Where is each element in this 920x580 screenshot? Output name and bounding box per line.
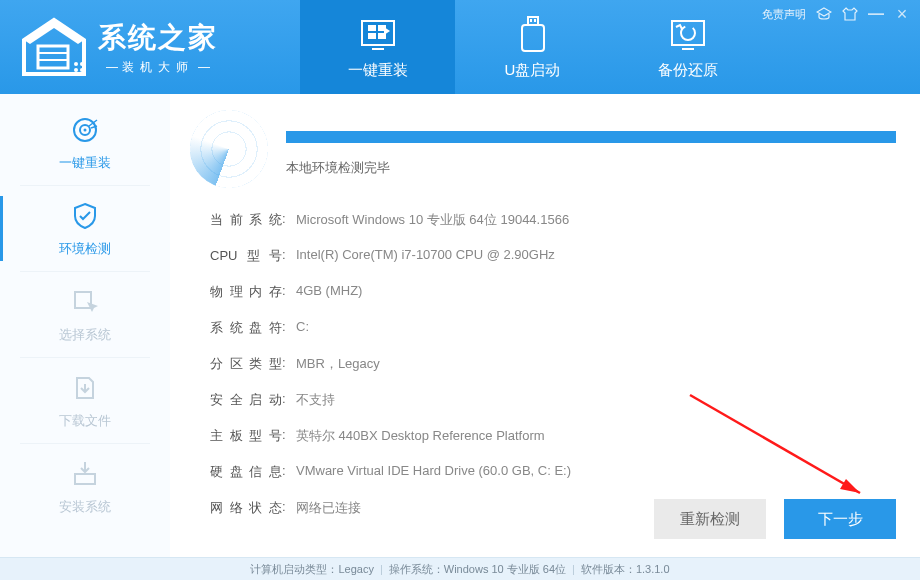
info-label: 主板型号: [210, 427, 282, 445]
system-info: 当前系统:Microsoft Windows 10 专业版 64位 19044.…: [190, 196, 896, 541]
info-row-partition: 分区类型:MBR，Legacy: [210, 346, 896, 382]
tab-backup-restore[interactable]: 备份还原: [610, 0, 765, 94]
logo-subtitle: 装机大师: [98, 59, 218, 76]
disclaimer-link[interactable]: 免责声明: [762, 7, 806, 22]
info-row-disk: 硬盘信息:VMware Virtual IDE Hard Drive (60.0…: [210, 454, 896, 490]
info-value: 英特尔 440BX Desktop Reference Platform: [296, 427, 545, 445]
svg-point-3: [74, 62, 78, 66]
windows-icon: [358, 15, 398, 55]
header: 系统之家 装机大师 一键重装 U盘启动 备份还原 免责声明: [0, 0, 920, 94]
info-row-os: 当前系统:Microsoft Windows 10 专业版 64位 19044.…: [210, 202, 896, 238]
info-value: 4GB (MHZ): [296, 283, 362, 301]
sidebar-item-install[interactable]: 安装系统: [0, 444, 170, 529]
sidebar-item-download[interactable]: 下载文件: [0, 358, 170, 443]
info-label: 系统盘符: [210, 319, 282, 337]
sidebar-item-label: 下载文件: [59, 412, 111, 430]
info-label: 分区类型: [210, 355, 282, 373]
info-label: CPU型号: [210, 247, 282, 265]
sb-version-value: 1.3.1.0: [636, 563, 670, 575]
tab-usb-boot[interactable]: U盘启动: [455, 0, 610, 94]
svg-rect-13: [528, 17, 538, 25]
info-row-secureboot: 安全启动:不支持: [210, 382, 896, 418]
tab-label: U盘启动: [505, 61, 561, 80]
progress-row: 本地环境检测完毕: [190, 110, 896, 188]
sidebar-item-select-system[interactable]: 选择系统: [0, 272, 170, 357]
svg-point-4: [80, 62, 84, 66]
target-icon: [69, 114, 101, 146]
logo-title: 系统之家: [98, 19, 218, 57]
progress-text: 本地环境检测完毕: [286, 159, 896, 177]
tab-label: 备份还原: [658, 61, 718, 80]
info-value: 网络已连接: [296, 499, 361, 517]
info-value: C:: [296, 319, 309, 337]
svg-point-6: [80, 68, 84, 72]
select-icon: [69, 286, 101, 318]
info-label: 安全启动: [210, 391, 282, 409]
close-icon[interactable]: ×: [894, 6, 910, 22]
info-value: VMware Virtual IDE Hard Drive (60.0 GB, …: [296, 463, 571, 481]
svg-rect-8: [368, 25, 376, 31]
main-panel: 本地环境检测完毕 当前系统:Microsoft Windows 10 专业版 6…: [170, 94, 920, 557]
info-label: 物理内存: [210, 283, 282, 301]
radar-icon: [190, 110, 268, 188]
separator: |: [572, 563, 575, 575]
info-label: 当前系统: [210, 211, 282, 229]
install-icon: [69, 458, 101, 490]
statusbar: 计算机启动类型： Legacy | 操作系统： Windows 10 专业版 6…: [0, 557, 920, 580]
skin-icon[interactable]: [842, 6, 858, 22]
sidebar-item-label: 一键重装: [59, 154, 111, 172]
window-controls: 免责声明 — ×: [762, 6, 910, 22]
info-row-cpu: CPU型号:Intel(R) Core(TM) i7-10700 CPU @ 2…: [210, 238, 896, 274]
info-value: Intel(R) Core(TM) i7-10700 CPU @ 2.90GHz: [296, 247, 555, 265]
sb-os-value: Windows 10 专业版 64位: [444, 562, 566, 577]
info-value: Microsoft Windows 10 专业版 64位 19044.1566: [296, 211, 569, 229]
sidebar-item-reinstall[interactable]: 一键重装: [0, 100, 170, 185]
logo-text: 系统之家 装机大师: [98, 19, 218, 76]
svg-rect-16: [534, 19, 536, 22]
sb-boot-label: 计算机启动类型：: [250, 562, 338, 577]
body: 一键重装 环境检测 选择系统 下载文件 安装系统: [0, 94, 920, 557]
redetect-button[interactable]: 重新检测: [654, 499, 766, 539]
sb-os-label: 操作系统：: [389, 562, 444, 577]
svg-rect-15: [530, 19, 532, 22]
tab-reinstall[interactable]: 一键重装: [300, 0, 455, 94]
sidebar-item-env-check[interactable]: 环境检测: [0, 186, 170, 271]
svg-point-18: [681, 26, 695, 40]
svg-rect-0: [38, 46, 68, 68]
info-value: 不支持: [296, 391, 335, 409]
download-icon: [69, 372, 101, 404]
info-label: 网络状态: [210, 499, 282, 517]
svg-rect-10: [368, 33, 376, 39]
svg-rect-14: [522, 25, 544, 51]
sb-version-label: 软件版本：: [581, 562, 636, 577]
restore-icon: [668, 15, 708, 55]
info-value: MBR，Legacy: [296, 355, 380, 373]
svg-rect-17: [672, 21, 704, 45]
logo-area: 系统之家 装机大师: [0, 0, 300, 94]
sidebar-item-label: 安装系统: [59, 498, 111, 516]
top-tabs: 一键重装 U盘启动 备份还原: [300, 0, 765, 94]
info-row-sysdrive: 系统盘符:C:: [210, 310, 896, 346]
minimize-icon[interactable]: —: [868, 6, 884, 22]
svg-point-5: [74, 68, 78, 72]
graduation-icon[interactable]: [816, 6, 832, 22]
logo-icon: [18, 16, 90, 78]
svg-point-22: [84, 128, 87, 131]
shield-check-icon: [69, 200, 101, 232]
usb-icon: [513, 15, 553, 55]
info-label: 硬盘信息: [210, 463, 282, 481]
sb-boot-value: Legacy: [338, 563, 373, 575]
action-buttons: 重新检测 下一步: [654, 499, 896, 539]
info-row-memory: 物理内存:4GB (MHZ): [210, 274, 896, 310]
progress-column: 本地环境检测完毕: [286, 121, 896, 177]
sidebar: 一键重装 环境检测 选择系统 下载文件 安装系统: [0, 94, 170, 557]
tab-label: 一键重装: [348, 61, 408, 80]
next-button[interactable]: 下一步: [784, 499, 896, 539]
sidebar-item-label: 选择系统: [59, 326, 111, 344]
info-row-mobo: 主板型号:英特尔 440BX Desktop Reference Platfor…: [210, 418, 896, 454]
svg-rect-23: [75, 474, 95, 484]
sidebar-item-label: 环境检测: [59, 240, 111, 258]
separator: |: [380, 563, 383, 575]
progress-bar: [286, 131, 896, 143]
